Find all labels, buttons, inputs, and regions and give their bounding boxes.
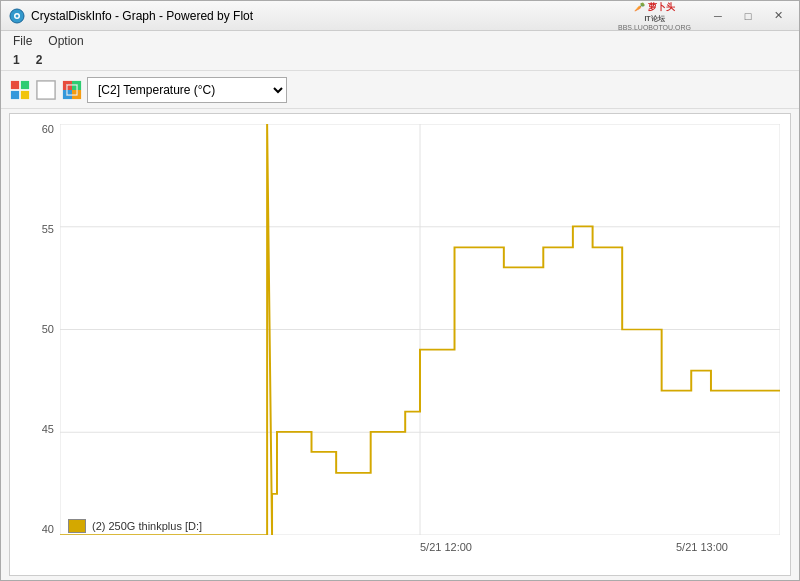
svg-rect-15 — [67, 90, 72, 95]
title-text: CrystalDiskInfo - Graph - Powered by Flo… — [31, 9, 253, 23]
svg-rect-6 — [21, 90, 29, 98]
minimize-button[interactable]: ─ — [705, 6, 731, 26]
x-label-1200: 5/21 12:00 — [420, 541, 472, 553]
svg-rect-4 — [21, 80, 29, 88]
empty-icon[interactable] — [35, 79, 57, 101]
svg-rect-14 — [72, 85, 77, 90]
svg-point-2 — [16, 14, 19, 17]
y-label-40: 40 — [42, 524, 54, 535]
y-axis: 60 55 50 45 40 — [10, 124, 58, 535]
chart-svg — [60, 124, 780, 535]
main-window: CrystalDiskInfo - Graph - Powered by Flo… — [0, 0, 800, 581]
title-bar: CrystalDiskInfo - Graph - Powered by Flo… — [1, 1, 799, 31]
x-axis: 5/21 12:00 5/21 13:00 — [60, 537, 780, 575]
chart-area: 60 55 50 45 40 5/21 12:00 5/21 13:00 — [9, 113, 791, 576]
svg-rect-5 — [11, 90, 19, 98]
y-label-45: 45 — [42, 424, 54, 435]
watermark-label: IT论坛 — [644, 14, 664, 24]
menu-numbers-row: 1 2 — [1, 51, 799, 71]
svg-rect-3 — [11, 80, 19, 88]
menu-bar: File Option 1 2 — [1, 31, 799, 71]
menu-num-2[interactable]: 2 — [28, 53, 51, 67]
grid-icon[interactable] — [9, 79, 31, 101]
app-icon — [9, 8, 25, 24]
svg-rect-16 — [72, 90, 77, 95]
menu-file[interactable]: File — [5, 32, 40, 50]
title-bar-left: CrystalDiskInfo - Graph - Powered by Flo… — [9, 8, 253, 24]
menu-option[interactable]: Option — [40, 32, 91, 50]
y-label-50: 50 — [42, 324, 54, 335]
maximize-button[interactable]: □ — [735, 6, 761, 26]
close-button[interactable]: ✕ — [765, 6, 791, 26]
legend-color-box — [68, 519, 86, 533]
y-label-60: 60 — [42, 124, 54, 135]
menu-num-1[interactable]: 1 — [5, 53, 28, 67]
x-label-1300: 5/21 13:00 — [676, 541, 728, 553]
toolbar: [C2] Temperature (°C) — [1, 71, 799, 109]
chart-legend: (2) 250G thinkplus [D:] — [68, 519, 202, 533]
sensor-dropdown[interactable]: [C2] Temperature (°C) — [87, 77, 287, 103]
legend-label: (2) 250G thinkplus [D:] — [92, 520, 202, 532]
watermark-url: BBS.LUOBOTOU.ORG — [618, 24, 691, 31]
multi-icon[interactable] — [61, 79, 83, 101]
menu-row-items: File Option — [1, 31, 799, 51]
y-label-55: 55 — [42, 224, 54, 235]
svg-rect-13 — [67, 85, 72, 90]
watermark-top: 🥕 萝卜头 — [634, 1, 675, 14]
svg-rect-7 — [37, 80, 55, 98]
